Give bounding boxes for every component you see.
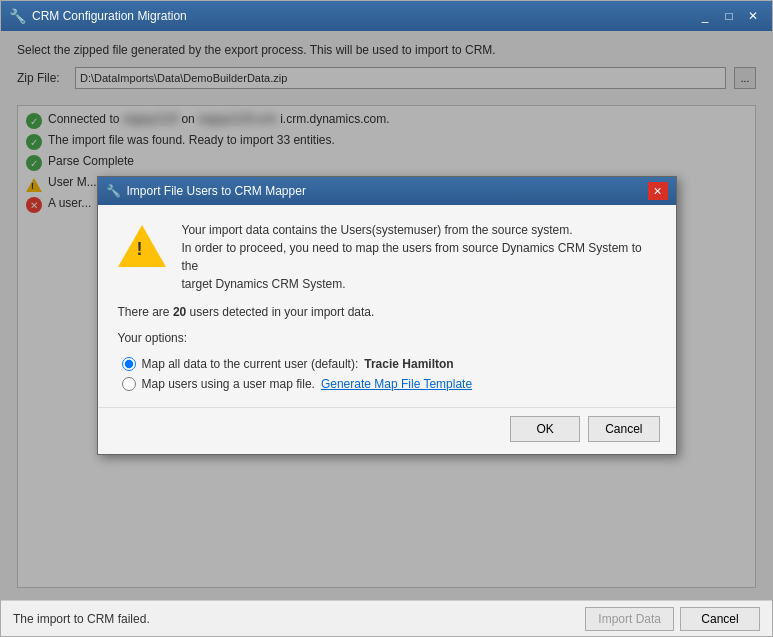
bottom-bar: The import to CRM failed. Import Data Ca… [1, 600, 772, 636]
modal-message: Your import data contains the Users(syst… [182, 221, 656, 293]
bottom-status: The import to CRM failed. [13, 612, 150, 626]
import-data-button[interactable]: Import Data [585, 607, 674, 631]
option1-name: Tracie Hamilton [364, 357, 453, 371]
modal-overlay: 🔧 Import File Users to CRM Mapper ✕ [1, 31, 772, 600]
ok-button[interactable]: OK [510, 416, 580, 442]
content-area: Select the zipped file generated by the … [1, 31, 772, 600]
title-bar-left: 🔧 CRM Configuration Migration [9, 8, 187, 24]
modal-warning-row: Your import data contains the Users(syst… [118, 221, 656, 293]
modal-msg-line3: target Dynamics CRM System. [182, 277, 346, 291]
option2-label: Map users using a user map file. [142, 377, 315, 391]
minimize-button[interactable]: _ [694, 6, 716, 26]
warning-triangle [118, 225, 166, 267]
maximize-button[interactable]: □ [718, 6, 740, 26]
count-suffix: users detected in your import data. [190, 305, 375, 319]
bottom-buttons: Import Data Cancel [585, 607, 760, 631]
modal-title-left: 🔧 Import File Users to CRM Mapper [106, 184, 306, 198]
option1-label: Map all data to the current user (defaul… [142, 357, 359, 371]
modal-title-bar: 🔧 Import File Users to CRM Mapper ✕ [98, 177, 676, 205]
radio-row-1: Map all data to the current user (defaul… [122, 357, 656, 371]
radio-option1[interactable] [122, 357, 136, 371]
modal-options: Map all data to the current user (defaul… [118, 357, 656, 391]
modal-title: Import File Users to CRM Mapper [127, 184, 306, 198]
cancel-button[interactable]: Cancel [588, 416, 659, 442]
title-bar: 🔧 CRM Configuration Migration _ □ ✕ [1, 1, 772, 31]
window-title: CRM Configuration Migration [32, 9, 187, 23]
close-button[interactable]: ✕ [742, 6, 764, 26]
count-prefix: There are [118, 305, 170, 319]
main-cancel-button[interactable]: Cancel [680, 607, 760, 631]
big-warning-icon [118, 221, 166, 269]
main-window: 🔧 CRM Configuration Migration _ □ ✕ Sele… [0, 0, 773, 637]
generate-map-link[interactable]: Generate Map File Template [321, 377, 472, 391]
modal-msg-line1: Your import data contains the Users(syst… [182, 223, 573, 237]
options-label: Your options: [118, 331, 656, 345]
modal-msg-line2: In order to proceed, you need to map the… [182, 241, 642, 273]
count-number: 20 [173, 305, 186, 319]
modal-footer: OK Cancel [98, 407, 676, 454]
modal-close-button[interactable]: ✕ [648, 182, 668, 200]
modal-dialog: 🔧 Import File Users to CRM Mapper ✕ [97, 176, 677, 455]
app-icon: 🔧 [9, 8, 26, 24]
radio-option2[interactable] [122, 377, 136, 391]
title-bar-controls: _ □ ✕ [694, 6, 764, 26]
radio-row-2: Map users using a user map file. Generat… [122, 377, 656, 391]
modal-count-text: There are 20 users detected in your impo… [118, 305, 656, 319]
modal-app-icon: 🔧 [106, 184, 121, 198]
modal-body: Your import data contains the Users(syst… [98, 205, 676, 403]
